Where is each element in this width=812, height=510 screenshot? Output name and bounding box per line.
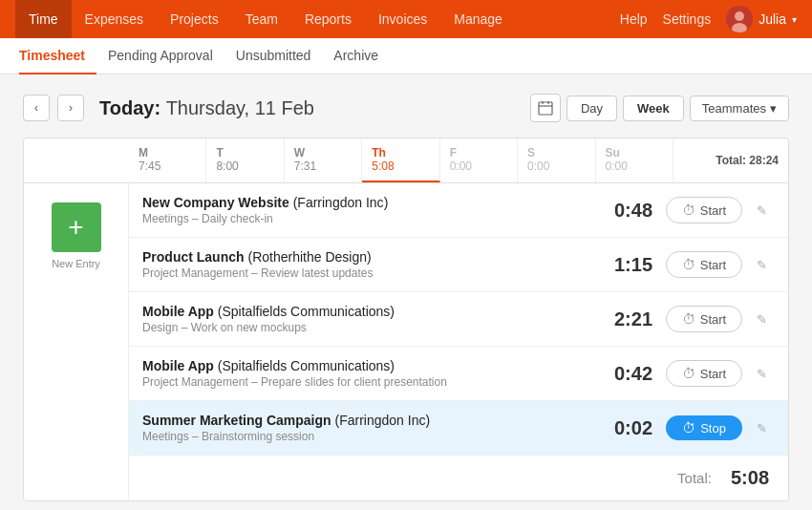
- day-header-row: M 7:45 T 8:00 W 7:31 Th 5:08 F 0:00: [24, 138, 788, 183]
- total-row: Total: 5:08: [129, 456, 788, 500]
- entry-time: 0:42: [595, 363, 652, 385]
- date-header: ‹ › Today: Thursday, 11 Feb Day Week Tea…: [23, 94, 789, 122]
- calendar-icon: [538, 100, 553, 116]
- svg-point-1: [735, 11, 744, 21]
- entry-time: 0:02: [595, 417, 652, 439]
- prev-day-button[interactable]: ‹: [23, 95, 50, 121]
- start-button[interactable]: ⏱ Start: [666, 306, 742, 332]
- edit-button[interactable]: ✎: [748, 306, 775, 332]
- entry-title: Mobile App (Spitalfields Communications): [142, 358, 595, 373]
- entry-time: 0:48: [595, 200, 652, 222]
- avatar: [726, 6, 753, 32]
- stop-button[interactable]: ⏱ Stop: [666, 415, 742, 440]
- user-menu[interactable]: Julia ▾: [726, 6, 797, 32]
- entry-info: New Company Website (Farringdon Inc) Mee…: [142, 195, 595, 225]
- main-content: ‹ › Today: Thursday, 11 Feb Day Week Tea…: [0, 74, 812, 510]
- day-view-button[interactable]: Day: [566, 96, 617, 121]
- entry-title: Mobile App (Spitalfields Communications): [142, 304, 595, 319]
- entry-info: Mobile App (Spitalfields Communications)…: [142, 358, 595, 389]
- help-link[interactable]: Help: [620, 11, 648, 27]
- entry-subtitle: Meetings – Daily check-in: [142, 212, 595, 225]
- entry-subtitle: Project Management – Prepare slides for …: [142, 375, 595, 389]
- entry-title: Summer Marketing Campaign (Farringdon In…: [142, 413, 595, 428]
- total-value: 5:08: [731, 467, 769, 489]
- next-day-button[interactable]: ›: [57, 95, 84, 121]
- chevron-down-icon: ▾: [792, 14, 797, 25]
- nav-manage[interactable]: Manage: [440, 0, 516, 38]
- nav-projects[interactable]: Projects: [157, 0, 232, 38]
- clock-icon: ⏱: [682, 257, 695, 272]
- entry-title: New Company Website (Farringdon Inc): [142, 195, 595, 210]
- table-row: Mobile App (Spitalfields Communications)…: [129, 347, 788, 401]
- calendar-button[interactable]: [530, 94, 561, 122]
- start-button[interactable]: ⏱ Start: [666, 251, 742, 278]
- new-entry-label: New Entry: [52, 258, 100, 269]
- entry-subtitle: Project Management – Review latest updat…: [142, 266, 595, 280]
- edit-button[interactable]: ✎: [748, 360, 775, 387]
- clock-icon: ⏱: [682, 311, 695, 327]
- entry-subtitle: Meetings – Brainstorming session: [142, 430, 595, 443]
- clock-icon: ⏱: [682, 202, 695, 218]
- total-label: Total:: [677, 470, 712, 486]
- nav-time[interactable]: Time: [15, 0, 72, 38]
- nav-items: Time Expenses Projects Team Reports Invo…: [15, 0, 620, 38]
- view-controls: Day Week Teammates ▾: [530, 94, 789, 122]
- day-col-Th[interactable]: Th 5:08: [362, 138, 439, 182]
- top-navigation: Time Expenses Projects Team Reports Invo…: [0, 0, 812, 38]
- entry-title: Product Launch (Rotherhithe Design): [142, 249, 595, 265]
- edit-button[interactable]: ✎: [748, 414, 775, 441]
- entry-info: Mobile App (Spitalfields Communications)…: [142, 304, 595, 334]
- entries-list: New Company Website (Farringdon Inc) Mee…: [129, 183, 788, 500]
- nav-reports[interactable]: Reports: [291, 0, 365, 38]
- date-navigation: ‹ › Today: Thursday, 11 Feb: [23, 95, 314, 121]
- new-entry-sidebar: + New Entry: [24, 183, 129, 500]
- day-col-W[interactable]: W 7:31: [285, 138, 362, 182]
- entry-subtitle: Design – Work on new mockups: [142, 321, 595, 334]
- new-entry-button[interactable]: +: [52, 202, 101, 252]
- stop-icon: ⏱: [682, 420, 695, 436]
- entry-time: 2:21: [595, 308, 652, 330]
- nav-right: Help Settings Julia ▾: [620, 6, 797, 32]
- total-week: Total: 28:24: [673, 138, 788, 182]
- day-col-S[interactable]: S 0:00: [518, 138, 595, 182]
- day-col-T[interactable]: T 8:00: [206, 138, 284, 182]
- entry-info: Product Launch (Rotherhithe Design) Proj…: [142, 249, 595, 280]
- edit-button[interactable]: ✎: [748, 251, 775, 278]
- start-button[interactable]: ⏱ Start: [666, 360, 742, 387]
- nav-expenses[interactable]: Expenses: [72, 0, 157, 38]
- user-name: Julia: [759, 11, 786, 27]
- entry-info: Summer Marketing Campaign (Farringdon In…: [142, 413, 595, 443]
- entry-time: 1:15: [595, 254, 652, 276]
- edit-button[interactable]: ✎: [748, 197, 775, 223]
- sub-navigation: Timesheet Pending Approval Unsubmitted A…: [0, 38, 812, 74]
- settings-link[interactable]: Settings: [663, 11, 712, 27]
- date-title: Today: Thursday, 11 Feb: [99, 97, 314, 119]
- day-col-F[interactable]: F 0:00: [440, 138, 518, 182]
- teammates-button[interactable]: Teammates ▾: [690, 96, 789, 121]
- days-grid: M 7:45 T 8:00 W 7:31 Th 5:08 F 0:00: [129, 138, 673, 182]
- table-row: Summer Marketing Campaign (Farringdon In…: [129, 401, 788, 456]
- subnav-timesheet[interactable]: Timesheet: [19, 38, 96, 74]
- table-row: Product Launch (Rotherhithe Design) Proj…: [129, 238, 788, 292]
- nav-team[interactable]: Team: [232, 0, 291, 38]
- entry-area: + New Entry New Company Website (Farring…: [24, 183, 788, 500]
- new-entry-col-header: [24, 138, 129, 182]
- subnav-archive[interactable]: Archive: [322, 38, 390, 74]
- chevron-down-icon: ▾: [770, 101, 777, 116]
- start-button[interactable]: ⏱ Start: [666, 197, 742, 223]
- day-col-Su[interactable]: Su 0:00: [596, 138, 673, 182]
- subnav-pending[interactable]: Pending Approval: [96, 38, 224, 74]
- clock-icon: ⏱: [682, 366, 695, 381]
- subnav-unsubmitted[interactable]: Unsubmitted: [224, 38, 323, 74]
- table-row: New Company Website (Farringdon Inc) Mee…: [129, 183, 788, 238]
- nav-invoices[interactable]: Invoices: [365, 0, 440, 38]
- timesheet-container: M 7:45 T 8:00 W 7:31 Th 5:08 F 0:00: [23, 138, 789, 501]
- day-col-M[interactable]: M 7:45: [129, 138, 206, 182]
- week-view-button[interactable]: Week: [623, 96, 684, 121]
- svg-rect-3: [539, 102, 552, 115]
- table-row: Mobile App (Spitalfields Communications)…: [129, 292, 788, 347]
